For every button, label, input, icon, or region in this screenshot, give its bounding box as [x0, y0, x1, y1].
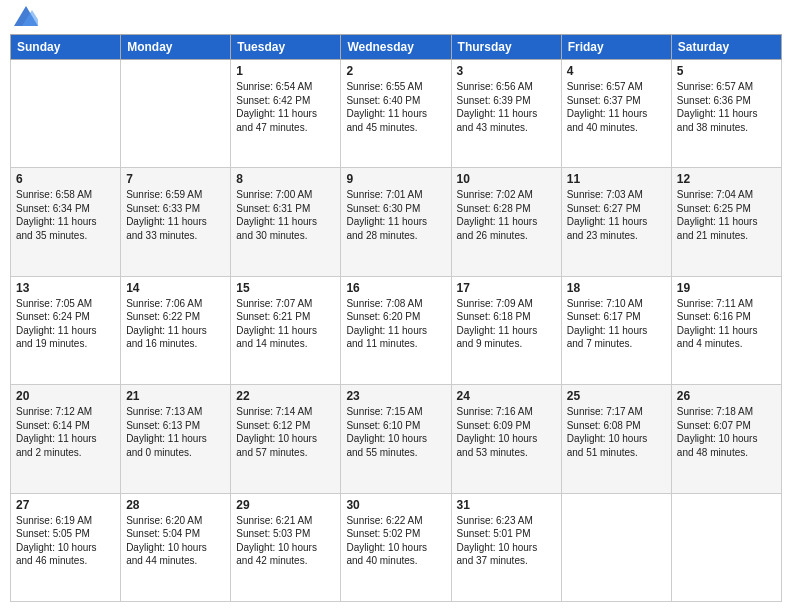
cell-sun-info: Sunrise: 7:16 AM Sunset: 6:09 PM Dayligh…: [457, 405, 556, 459]
cell-sun-info: Sunrise: 7:11 AM Sunset: 6:16 PM Dayligh…: [677, 297, 776, 351]
cell-sun-info: Sunrise: 7:03 AM Sunset: 6:27 PM Dayligh…: [567, 188, 666, 242]
calendar-cell: 21Sunrise: 7:13 AM Sunset: 6:13 PM Dayli…: [121, 385, 231, 493]
calendar-cell: 8Sunrise: 7:00 AM Sunset: 6:31 PM Daylig…: [231, 168, 341, 276]
calendar-header-row: SundayMondayTuesdayWednesdayThursdayFrid…: [11, 35, 782, 60]
calendar-cell: [561, 493, 671, 601]
cell-sun-info: Sunrise: 6:57 AM Sunset: 6:36 PM Dayligh…: [677, 80, 776, 134]
day-number: 24: [457, 389, 556, 403]
logo-icon: [14, 6, 38, 26]
cell-sun-info: Sunrise: 7:09 AM Sunset: 6:18 PM Dayligh…: [457, 297, 556, 351]
day-number: 6: [16, 172, 115, 186]
weekday-header: Wednesday: [341, 35, 451, 60]
calendar-cell: 10Sunrise: 7:02 AM Sunset: 6:28 PM Dayli…: [451, 168, 561, 276]
calendar-cell: 13Sunrise: 7:05 AM Sunset: 6:24 PM Dayli…: [11, 276, 121, 384]
cell-sun-info: Sunrise: 7:00 AM Sunset: 6:31 PM Dayligh…: [236, 188, 335, 242]
calendar-week-row: 20Sunrise: 7:12 AM Sunset: 6:14 PM Dayli…: [11, 385, 782, 493]
day-number: 8: [236, 172, 335, 186]
weekday-header: Saturday: [671, 35, 781, 60]
cell-sun-info: Sunrise: 6:54 AM Sunset: 6:42 PM Dayligh…: [236, 80, 335, 134]
calendar-week-row: 6Sunrise: 6:58 AM Sunset: 6:34 PM Daylig…: [11, 168, 782, 276]
day-number: 5: [677, 64, 776, 78]
day-number: 20: [16, 389, 115, 403]
weekday-header: Tuesday: [231, 35, 341, 60]
day-number: 17: [457, 281, 556, 295]
calendar-cell: 1Sunrise: 6:54 AM Sunset: 6:42 PM Daylig…: [231, 60, 341, 168]
day-number: 30: [346, 498, 445, 512]
weekday-header: Sunday: [11, 35, 121, 60]
calendar-cell: 16Sunrise: 7:08 AM Sunset: 6:20 PM Dayli…: [341, 276, 451, 384]
day-number: 23: [346, 389, 445, 403]
cell-sun-info: Sunrise: 6:23 AM Sunset: 5:01 PM Dayligh…: [457, 514, 556, 568]
calendar-cell: 29Sunrise: 6:21 AM Sunset: 5:03 PM Dayli…: [231, 493, 341, 601]
calendar-cell: 17Sunrise: 7:09 AM Sunset: 6:18 PM Dayli…: [451, 276, 561, 384]
day-number: 1: [236, 64, 335, 78]
day-number: 11: [567, 172, 666, 186]
cell-sun-info: Sunrise: 7:10 AM Sunset: 6:17 PM Dayligh…: [567, 297, 666, 351]
day-number: 25: [567, 389, 666, 403]
calendar-cell: 3Sunrise: 6:56 AM Sunset: 6:39 PM Daylig…: [451, 60, 561, 168]
calendar-cell: 5Sunrise: 6:57 AM Sunset: 6:36 PM Daylig…: [671, 60, 781, 168]
cell-sun-info: Sunrise: 7:01 AM Sunset: 6:30 PM Dayligh…: [346, 188, 445, 242]
cell-sun-info: Sunrise: 7:17 AM Sunset: 6:08 PM Dayligh…: [567, 405, 666, 459]
cell-sun-info: Sunrise: 6:21 AM Sunset: 5:03 PM Dayligh…: [236, 514, 335, 568]
calendar-table: SundayMondayTuesdayWednesdayThursdayFrid…: [10, 34, 782, 602]
cell-sun-info: Sunrise: 6:55 AM Sunset: 6:40 PM Dayligh…: [346, 80, 445, 134]
cell-sun-info: Sunrise: 6:19 AM Sunset: 5:05 PM Dayligh…: [16, 514, 115, 568]
calendar-cell: 4Sunrise: 6:57 AM Sunset: 6:37 PM Daylig…: [561, 60, 671, 168]
calendar-cell: [121, 60, 231, 168]
day-number: 22: [236, 389, 335, 403]
cell-sun-info: Sunrise: 6:57 AM Sunset: 6:37 PM Dayligh…: [567, 80, 666, 134]
day-number: 3: [457, 64, 556, 78]
cell-sun-info: Sunrise: 7:08 AM Sunset: 6:20 PM Dayligh…: [346, 297, 445, 351]
calendar-cell: 22Sunrise: 7:14 AM Sunset: 6:12 PM Dayli…: [231, 385, 341, 493]
day-number: 12: [677, 172, 776, 186]
day-number: 2: [346, 64, 445, 78]
day-number: 15: [236, 281, 335, 295]
calendar-cell: 7Sunrise: 6:59 AM Sunset: 6:33 PM Daylig…: [121, 168, 231, 276]
day-number: 9: [346, 172, 445, 186]
cell-sun-info: Sunrise: 7:12 AM Sunset: 6:14 PM Dayligh…: [16, 405, 115, 459]
cell-sun-info: Sunrise: 6:59 AM Sunset: 6:33 PM Dayligh…: [126, 188, 225, 242]
calendar-cell: 20Sunrise: 7:12 AM Sunset: 6:14 PM Dayli…: [11, 385, 121, 493]
calendar-week-row: 13Sunrise: 7:05 AM Sunset: 6:24 PM Dayli…: [11, 276, 782, 384]
cell-sun-info: Sunrise: 6:56 AM Sunset: 6:39 PM Dayligh…: [457, 80, 556, 134]
calendar-cell: 15Sunrise: 7:07 AM Sunset: 6:21 PM Dayli…: [231, 276, 341, 384]
calendar-week-row: 1Sunrise: 6:54 AM Sunset: 6:42 PM Daylig…: [11, 60, 782, 168]
cell-sun-info: Sunrise: 7:02 AM Sunset: 6:28 PM Dayligh…: [457, 188, 556, 242]
calendar-cell: 26Sunrise: 7:18 AM Sunset: 6:07 PM Dayli…: [671, 385, 781, 493]
weekday-header: Friday: [561, 35, 671, 60]
day-number: 10: [457, 172, 556, 186]
cell-sun-info: Sunrise: 7:15 AM Sunset: 6:10 PM Dayligh…: [346, 405, 445, 459]
calendar-week-row: 27Sunrise: 6:19 AM Sunset: 5:05 PM Dayli…: [11, 493, 782, 601]
day-number: 26: [677, 389, 776, 403]
calendar-cell: 14Sunrise: 7:06 AM Sunset: 6:22 PM Dayli…: [121, 276, 231, 384]
cell-sun-info: Sunrise: 6:20 AM Sunset: 5:04 PM Dayligh…: [126, 514, 225, 568]
day-number: 31: [457, 498, 556, 512]
day-number: 7: [126, 172, 225, 186]
cell-sun-info: Sunrise: 7:04 AM Sunset: 6:25 PM Dayligh…: [677, 188, 776, 242]
day-number: 29: [236, 498, 335, 512]
day-number: 13: [16, 281, 115, 295]
calendar-cell: 19Sunrise: 7:11 AM Sunset: 6:16 PM Dayli…: [671, 276, 781, 384]
calendar-cell: [11, 60, 121, 168]
calendar-cell: 2Sunrise: 6:55 AM Sunset: 6:40 PM Daylig…: [341, 60, 451, 168]
calendar-cell: 25Sunrise: 7:17 AM Sunset: 6:08 PM Dayli…: [561, 385, 671, 493]
calendar-cell: 30Sunrise: 6:22 AM Sunset: 5:02 PM Dayli…: [341, 493, 451, 601]
cell-sun-info: Sunrise: 7:07 AM Sunset: 6:21 PM Dayligh…: [236, 297, 335, 351]
cell-sun-info: Sunrise: 7:18 AM Sunset: 6:07 PM Dayligh…: [677, 405, 776, 459]
calendar-cell: 6Sunrise: 6:58 AM Sunset: 6:34 PM Daylig…: [11, 168, 121, 276]
day-number: 16: [346, 281, 445, 295]
day-number: 21: [126, 389, 225, 403]
calendar-cell: 23Sunrise: 7:15 AM Sunset: 6:10 PM Dayli…: [341, 385, 451, 493]
day-number: 4: [567, 64, 666, 78]
cell-sun-info: Sunrise: 7:14 AM Sunset: 6:12 PM Dayligh…: [236, 405, 335, 459]
weekday-header: Thursday: [451, 35, 561, 60]
cell-sun-info: Sunrise: 6:58 AM Sunset: 6:34 PM Dayligh…: [16, 188, 115, 242]
calendar-cell: 12Sunrise: 7:04 AM Sunset: 6:25 PM Dayli…: [671, 168, 781, 276]
calendar-cell: 9Sunrise: 7:01 AM Sunset: 6:30 PM Daylig…: [341, 168, 451, 276]
calendar-cell: 24Sunrise: 7:16 AM Sunset: 6:09 PM Dayli…: [451, 385, 561, 493]
logo: [10, 10, 38, 26]
day-number: 27: [16, 498, 115, 512]
calendar-cell: 28Sunrise: 6:20 AM Sunset: 5:04 PM Dayli…: [121, 493, 231, 601]
cell-sun-info: Sunrise: 6:22 AM Sunset: 5:02 PM Dayligh…: [346, 514, 445, 568]
